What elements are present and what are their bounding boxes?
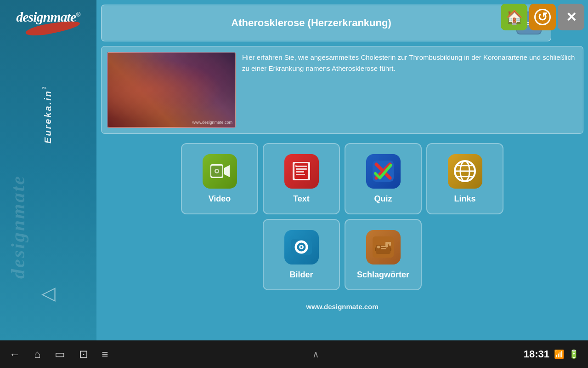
buttons-row-2: Bilder [263, 219, 422, 290]
footer-url: www.designmate.com [96, 303, 588, 310]
home-button[interactable]: 🏠 [501, 4, 527, 30]
schlagworter-label: Schlagwörter [357, 270, 409, 280]
nav-back-icon[interactable]: ← [9, 348, 20, 361]
text-icon [291, 161, 312, 181]
description-section: www.designmate.com Hier erfahren Sie, wi… [101, 46, 583, 134]
svg-point-23 [300, 246, 302, 248]
nav-home-icon[interactable]: ⌂ [34, 348, 41, 361]
close-icon: ✕ [566, 10, 577, 25]
video-icon-bg [203, 154, 237, 189]
history-icon: ↺ [534, 9, 551, 25]
links-button[interactable]: Links [426, 143, 503, 214]
text-icon-bg [284, 154, 319, 189]
svg-rect-29 [381, 248, 386, 249]
eureka-label: Eureka.in™ [41, 83, 53, 144]
bilder-label: Bilder [289, 270, 313, 280]
page-title: Atherosklerose (Herzerkrankung) [111, 17, 512, 29]
wifi-icon: 📶 [554, 349, 564, 359]
quiz-label: Quiz [374, 194, 392, 204]
bottom-nav-left: ← ⌂ ▭ ⊡ ≡ [9, 348, 108, 361]
schlagworter-button[interactable]: Schlagwörter [345, 219, 422, 290]
links-icon-bg [448, 154, 482, 189]
svg-rect-7 [296, 166, 307, 167]
sidebar-designmate-watermark: designmate [7, 175, 29, 279]
bottom-right-area: 18:31 📶 🔋 [524, 348, 579, 360]
bilder-icon [290, 236, 313, 259]
video-button[interactable]: Video [181, 143, 258, 214]
nav-grid-icon[interactable]: ⊡ [79, 348, 88, 361]
video-thumbnail[interactable]: www.designmate.com [107, 52, 236, 128]
svg-point-4 [216, 170, 218, 172]
topbar: 🏠 ↺ ✕ [497, 0, 588, 34]
video-icon [209, 162, 230, 180]
schlagworter-icon-bg [366, 230, 401, 264]
home-icon: 🏠 [506, 9, 523, 25]
video-label: Video [209, 194, 231, 204]
svg-marker-2 [224, 165, 230, 177]
bilder-icon-bg [284, 230, 319, 264]
svg-point-11 [295, 165, 297, 167]
quiz-icon [372, 160, 395, 183]
buttons-row-1: Video Text [181, 143, 503, 214]
logo-area: designmate® [0, 5, 96, 39]
links-icon [453, 160, 476, 183]
svg-rect-9 [296, 171, 304, 172]
svg-point-27 [377, 246, 380, 248]
nav-recent-icon[interactable]: ▭ [55, 348, 65, 361]
history-button[interactable]: ↺ [529, 4, 556, 30]
nav-menu-icon[interactable]: ≡ [102, 348, 108, 361]
svg-rect-32 [389, 242, 391, 246]
battery-icon: 🔋 [569, 349, 579, 359]
quiz-icon-bg [366, 154, 401, 189]
bilder-button[interactable]: Bilder [263, 219, 340, 290]
text-button[interactable]: Text [263, 143, 340, 214]
bottom-navigation-bar: ← ⌂ ▭ ⊡ ≡ ∧ 18:31 📶 🔋 [0, 340, 588, 368]
svg-rect-8 [296, 168, 307, 170]
sidebar-arrow-icon: ◁ [41, 282, 56, 304]
main-content: 🏠 ↺ ✕ Atherosklerose (Herzerkrankung) ⇦ … [96, 0, 588, 340]
clock-display: 18:31 [524, 348, 549, 360]
close-button[interactable]: ✕ [558, 4, 584, 30]
nav-up-button[interactable]: ∧ [312, 349, 319, 360]
sidebar: designmate® Eureka.in™ designmate ◁ [0, 0, 96, 340]
quiz-button[interactable]: Quiz [345, 143, 422, 214]
svg-rect-10 [296, 174, 305, 175]
schlagworter-icon [372, 236, 395, 259]
text-label: Text [293, 194, 310, 204]
links-label: Links [454, 194, 475, 204]
description-text: Hier erfahren Sie, wie angesammeltes Cho… [242, 52, 577, 74]
title-bar: Atherosklerose (Herzerkrankung) ⇦ [101, 5, 551, 41]
thumbnail-watermark: www.designmate.com [192, 120, 232, 125]
